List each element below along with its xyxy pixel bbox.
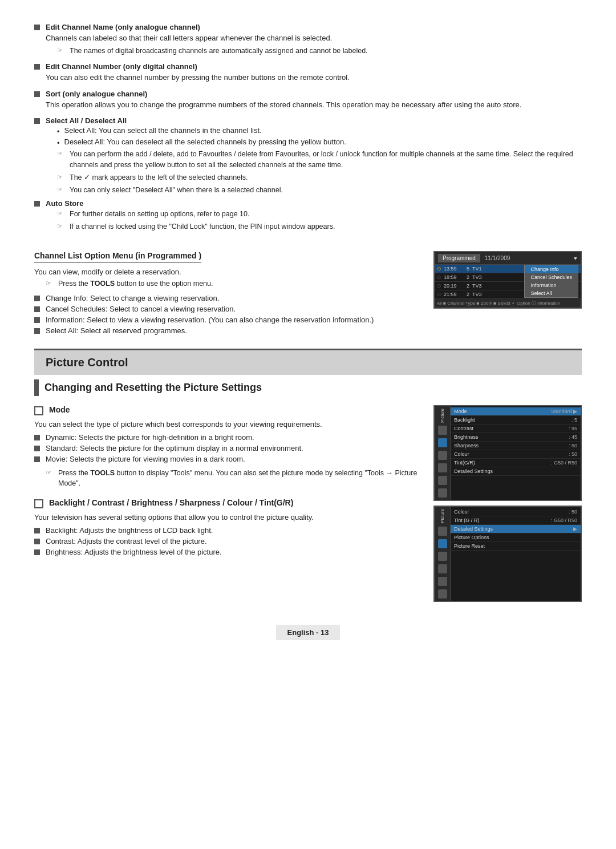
pic-item-label: Sharpness [454,443,569,448]
backlight-intro: Your television has several setting opti… [34,513,422,521]
bullet-auto-store: Auto Store ☞ For further details on sett… [34,199,582,234]
bullet-content: Auto Store ☞ For further details on sett… [46,199,582,234]
mode-label: Mode [49,405,70,414]
pic-item-value: Standard ▶ [551,409,577,414]
note-item: ☞ For further details on setting up opti… [57,209,582,220]
popup-change-info: Change Info [525,265,578,273]
pic-menu-tint: Tint(G/R) : G50 / R50 [451,459,581,467]
note-item: ☞ You can only select "Deselect All" whe… [57,185,582,196]
pic-item-label: Tint(G/R) [454,460,551,466]
bullet-title: Auto Store [46,199,582,208]
brightness-bullet: Brightness: Adjusts the brightness level… [34,548,422,556]
sidebar-icon-2 [438,539,447,548]
dot-text: Deselect All: You can deselect all the s… [64,138,346,146]
pic-screen-2: Picture Colour : 50 [433,506,582,602]
pic-item-label: Contrast [454,426,569,431]
bullet-text: Movie: Selects the picture for viewing m… [46,455,422,463]
bullet-text: Cancel Schedules: Select to cancel a vie… [46,305,422,313]
popup-cancel-schedules: Cancel Schedules [525,273,578,281]
pic-menu-detailed-settings: Detailed Settings ▶ [451,525,581,533]
dot-icon: • [57,127,60,136]
sidebar-icon-1 [438,426,447,435]
pic-item-value: ▶ [573,526,577,532]
mode-note: ☞ Press the TOOLS button to display "Too… [46,468,422,490]
prog-network: TV1 [472,266,489,272]
sidebar-icon-5 [438,577,447,586]
prog-network: TV3 [472,292,489,297]
changing-header-bar [34,379,39,396]
information-bullet: Information: Select to view a viewing re… [34,316,422,324]
pic-item-value: : 50 [569,443,577,448]
prog-date: 11/1/2009 [485,255,510,261]
note-text: If a channel is locked using the "Child … [70,221,335,232]
pic-item-value: : 5 [572,417,577,423]
channel-list-heading: Channel List Option Menu (in Programmed … [34,251,201,263]
top-section: Edit Channel Name (only analogue channel… [34,23,582,234]
select-all-bullet: Select All: Select all reserved programm… [34,326,422,335]
bullet-text: Information: Select to view a viewing re… [46,316,422,324]
pic-item-label: Picture Options [454,535,577,540]
footer-text: English - 13 [287,628,329,637]
prog-time: 18:59 [444,274,464,280]
pic-menu-sharpness: Sharpness : 50 [451,442,581,450]
popup-select-all: Select All [525,289,578,297]
pic-item-label: Detailed Settings [454,526,573,532]
pic-sidebar-2: Picture [435,507,451,601]
bullet-icon [34,456,40,462]
movie-bullet: Movie: Selects the picture for viewing m… [34,455,422,463]
pic-screen-2-inner: Picture Colour : 50 [435,507,581,601]
checkbox-icon [34,406,43,415]
pic-item-label: Colour [454,451,569,457]
prog-time: 21:59 [444,292,464,297]
note-text: Press the TOOLS button to display "Tools… [58,468,422,490]
prog-icon-inactive: ⊙ [437,274,441,280]
pic-menu-options: Picture Options [451,533,581,542]
bullet-body: You can also edit the channel number by … [46,72,582,83]
pic-screens: Picture Mode Standard ▶ [433,405,582,603]
pic-screen-1: Picture Mode Standard ▶ [433,405,582,502]
change-info-bullet: Change Info: Select to change a viewing … [34,294,422,302]
pic-extra-colour: Colour : 50 [451,508,581,516]
sidebar-icon-3 [438,451,447,460]
bullet-icon [34,446,40,451]
contrast-bullet: Contrast: Adjusts the contrast level of … [34,537,422,545]
pic-menu-colour: Colour : 50 [451,450,581,459]
bullet-icon [34,528,40,533]
note-text: The ✓ mark appears to the left of the se… [70,172,248,183]
mode-heading: Mode [34,405,422,415]
bullet-select-all: Select All / Deselect All • Select All: … [34,116,582,197]
sidebar-icon-6 [438,488,447,498]
bullet-icon [34,328,40,334]
prog-row-1: ⊙ 13:59 5 TV1 Change Info Cancel Schedul… [435,265,581,273]
prog-ch: 2 [464,283,472,289]
note-icon: ☞ [57,150,66,157]
bullet-icon [34,118,40,124]
prog-tv-screen: Programmed 11/1/2009 ♥ ⊙ 13:59 5 TV1 Cha… [433,251,582,309]
prog-icon-active: ⊙ [437,266,441,272]
mode-intro: You can select the type of picture which… [34,420,422,428]
pic-item-value: : G50 / R50 [551,518,577,523]
pic-menu-brightness: Brightness : 45 [451,433,581,442]
bullet-content: Sort (only analogue channel) This operat… [46,90,582,112]
note-text: The names of digital broadcasting channe… [70,46,368,56]
prog-icon: ♥ [574,255,577,261]
bullet-sort: Sort (only analogue channel) This operat… [34,90,582,112]
note-text: You can perform the add / delete, add to… [70,149,582,171]
note-text: Press the TOOLS button to use the option… [58,278,213,289]
bullet-title: Edit Channel Number (only digital channe… [46,62,582,71]
bullet-icon [34,91,40,97]
bullet-text: Brightness: Adjusts the brightness level… [46,548,422,556]
bullet-title: Select All / Deselect All [46,116,582,125]
pic-item-label: Mode [454,409,551,414]
standard-bullet: Standard: Selects the picture for the op… [34,444,422,452]
programmed-screen: Programmed 11/1/2009 ♥ ⊙ 13:59 5 TV1 Cha… [433,251,582,337]
prog-tab-label: Programmed [438,254,480,262]
note-icon: ☞ [57,223,66,230]
pic-item-value: : G50 / R50 [551,460,577,466]
picture-control-title: Picture Control [46,356,128,369]
bullet-icon [34,539,40,544]
bullet-icon [34,549,40,555]
note-icon: ☞ [46,280,55,287]
bullet-text: Dynamic: Selects the picture for high-de… [46,433,422,442]
pic-tab-label: Picture [440,409,445,423]
